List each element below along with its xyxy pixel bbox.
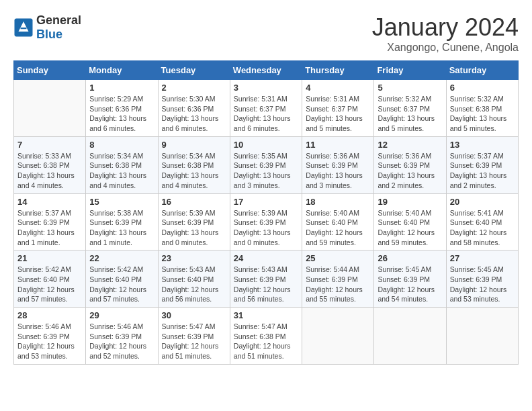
day-number: 15	[89, 197, 154, 207]
calendar-cell: 6Sunrise: 5:32 AMSunset: 6:38 PMDaylight…	[446, 80, 518, 137]
calendar-cell: 25Sunrise: 5:44 AMSunset: 6:39 PMDayligh…	[302, 250, 374, 308]
location-title: Xangongo, Cunene, Angola	[372, 42, 519, 54]
day-info: Sunrise: 5:47 AMSunset: 6:39 PMDaylight:…	[162, 322, 226, 361]
day-number: 4	[306, 83, 370, 93]
day-number: 11	[306, 140, 370, 150]
weekday-header-wednesday: Wednesday	[230, 61, 302, 80]
calendar-cell: 3Sunrise: 5:31 AMSunset: 6:37 PMDaylight…	[230, 80, 302, 137]
logo-icon	[13, 17, 34, 38]
calendar-cell: 8Sunrise: 5:34 AMSunset: 6:38 PMDaylight…	[86, 136, 158, 193]
day-info: Sunrise: 5:39 AMSunset: 6:39 PMDaylight:…	[162, 208, 226, 248]
weekday-header-monday: Monday	[86, 61, 158, 80]
svg-rect-2	[21, 28, 27, 29]
logo: General Blue	[13, 13, 81, 42]
day-info: Sunrise: 5:44 AMSunset: 6:39 PMDaylight:…	[306, 265, 370, 304]
day-info: Sunrise: 5:43 AMSunset: 6:39 PMDaylight:…	[234, 265, 298, 304]
day-info: Sunrise: 5:31 AMSunset: 6:37 PMDaylight:…	[234, 94, 298, 134]
calendar-cell: 22Sunrise: 5:42 AMSunset: 6:40 PMDayligh…	[86, 250, 158, 308]
day-number: 3	[234, 83, 298, 93]
weekday-header-friday: Friday	[374, 61, 446, 80]
week-row-1: 1Sunrise: 5:29 AMSunset: 6:36 PMDaylight…	[14, 80, 519, 137]
day-info: Sunrise: 5:36 AMSunset: 6:39 PMDaylight:…	[306, 151, 370, 191]
weekday-header-thursday: Thursday	[302, 61, 374, 80]
month-title: January 2024	[372, 13, 519, 42]
day-info: Sunrise: 5:45 AMSunset: 6:39 PMDaylight:…	[378, 265, 442, 304]
day-number: 8	[89, 140, 154, 150]
calendar-cell: 14Sunrise: 5:37 AMSunset: 6:39 PMDayligh…	[14, 193, 86, 250]
day-info: Sunrise: 5:40 AMSunset: 6:40 PMDaylight:…	[378, 208, 442, 248]
day-number: 6	[450, 83, 515, 93]
week-row-2: 7Sunrise: 5:33 AMSunset: 6:38 PMDaylight…	[14, 136, 519, 193]
calendar-cell: 17Sunrise: 5:39 AMSunset: 6:39 PMDayligh…	[230, 193, 302, 250]
calendar-cell: 31Sunrise: 5:47 AMSunset: 6:38 PMDayligh…	[230, 308, 302, 365]
calendar-cell	[446, 308, 518, 365]
day-number: 13	[450, 140, 515, 150]
weekday-header-saturday: Saturday	[446, 61, 518, 80]
day-info: Sunrise: 5:37 AMSunset: 6:39 PMDaylight:…	[17, 208, 82, 248]
day-number: 21	[17, 253, 82, 263]
calendar-cell: 19Sunrise: 5:40 AMSunset: 6:40 PMDayligh…	[374, 193, 446, 250]
day-number: 14	[17, 197, 82, 207]
calendar-cell: 21Sunrise: 5:42 AMSunset: 6:40 PMDayligh…	[14, 250, 86, 308]
day-info: Sunrise: 5:31 AMSunset: 6:37 PMDaylight:…	[306, 94, 370, 134]
calendar-cell	[14, 80, 86, 137]
calendar-cell: 30Sunrise: 5:47 AMSunset: 6:39 PMDayligh…	[158, 308, 230, 365]
calendar-cell: 15Sunrise: 5:38 AMSunset: 6:39 PMDayligh…	[86, 193, 158, 250]
calendar-cell: 28Sunrise: 5:46 AMSunset: 6:39 PMDayligh…	[14, 308, 86, 365]
day-info: Sunrise: 5:43 AMSunset: 6:40 PMDaylight:…	[162, 265, 226, 304]
day-number: 19	[378, 197, 442, 207]
calendar-cell: 29Sunrise: 5:46 AMSunset: 6:39 PMDayligh…	[86, 308, 158, 365]
calendar-cell	[302, 308, 374, 365]
day-number: 20	[450, 197, 515, 207]
calendar-cell: 27Sunrise: 5:45 AMSunset: 6:39 PMDayligh…	[446, 250, 518, 308]
day-number: 22	[89, 253, 154, 263]
weekday-header-sunday: Sunday	[14, 61, 86, 80]
day-info: Sunrise: 5:30 AMSunset: 6:36 PMDaylight:…	[162, 94, 226, 134]
day-number: 25	[306, 253, 370, 263]
title-block: January 2024 Xangongo, Cunene, Angola	[372, 13, 519, 54]
calendar-cell: 7Sunrise: 5:33 AMSunset: 6:38 PMDaylight…	[14, 136, 86, 193]
day-number: 16	[162, 197, 226, 207]
day-number: 30	[162, 310, 226, 320]
calendar-cell	[374, 308, 446, 365]
day-number: 1	[89, 83, 154, 93]
day-info: Sunrise: 5:34 AMSunset: 6:38 PMDaylight:…	[162, 151, 226, 191]
day-number: 28	[17, 310, 82, 320]
day-info: Sunrise: 5:39 AMSunset: 6:39 PMDaylight:…	[234, 208, 298, 248]
day-info: Sunrise: 5:41 AMSunset: 6:40 PMDaylight:…	[450, 208, 515, 248]
week-row-5: 28Sunrise: 5:46 AMSunset: 6:39 PMDayligh…	[14, 308, 519, 365]
weekday-header-tuesday: Tuesday	[158, 61, 230, 80]
day-info: Sunrise: 5:47 AMSunset: 6:38 PMDaylight:…	[234, 322, 298, 361]
day-info: Sunrise: 5:29 AMSunset: 6:36 PMDaylight:…	[89, 94, 154, 134]
day-number: 17	[234, 197, 298, 207]
calendar-cell: 5Sunrise: 5:32 AMSunset: 6:37 PMDaylight…	[374, 80, 446, 137]
day-info: Sunrise: 5:36 AMSunset: 6:39 PMDaylight:…	[378, 151, 442, 191]
day-info: Sunrise: 5:33 AMSunset: 6:38 PMDaylight:…	[17, 151, 82, 191]
day-number: 31	[234, 310, 298, 320]
day-number: 24	[234, 253, 298, 263]
day-number: 12	[378, 140, 442, 150]
weekday-header-row: SundayMondayTuesdayWednesdayThursdayFrid…	[14, 61, 519, 80]
day-info: Sunrise: 5:46 AMSunset: 6:39 PMDaylight:…	[17, 322, 82, 361]
calendar-cell: 16Sunrise: 5:39 AMSunset: 6:39 PMDayligh…	[158, 193, 230, 250]
day-number: 2	[162, 83, 226, 93]
week-row-3: 14Sunrise: 5:37 AMSunset: 6:39 PMDayligh…	[14, 193, 519, 250]
calendar-cell: 20Sunrise: 5:41 AMSunset: 6:40 PMDayligh…	[446, 193, 518, 250]
day-info: Sunrise: 5:40 AMSunset: 6:40 PMDaylight:…	[306, 208, 370, 248]
calendar-cell: 1Sunrise: 5:29 AMSunset: 6:36 PMDaylight…	[86, 80, 158, 137]
calendar-cell: 24Sunrise: 5:43 AMSunset: 6:39 PMDayligh…	[230, 250, 302, 308]
day-info: Sunrise: 5:35 AMSunset: 6:39 PMDaylight:…	[234, 151, 298, 191]
day-info: Sunrise: 5:37 AMSunset: 6:39 PMDaylight:…	[450, 151, 515, 191]
day-info: Sunrise: 5:32 AMSunset: 6:38 PMDaylight:…	[450, 94, 515, 134]
calendar-cell: 10Sunrise: 5:35 AMSunset: 6:39 PMDayligh…	[230, 136, 302, 193]
day-number: 23	[162, 253, 226, 263]
page-header: General Blue January 2024 Xangongo, Cune…	[13, 13, 519, 54]
calendar-table: SundayMondayTuesdayWednesdayThursdayFrid…	[13, 60, 519, 365]
day-info: Sunrise: 5:45 AMSunset: 6:39 PMDaylight:…	[450, 265, 515, 304]
day-number: 27	[450, 253, 515, 263]
calendar-cell: 13Sunrise: 5:37 AMSunset: 6:39 PMDayligh…	[446, 136, 518, 193]
day-number: 10	[234, 140, 298, 150]
day-info: Sunrise: 5:42 AMSunset: 6:40 PMDaylight:…	[17, 265, 82, 304]
day-number: 7	[17, 140, 82, 150]
logo-text: General Blue	[36, 13, 81, 42]
